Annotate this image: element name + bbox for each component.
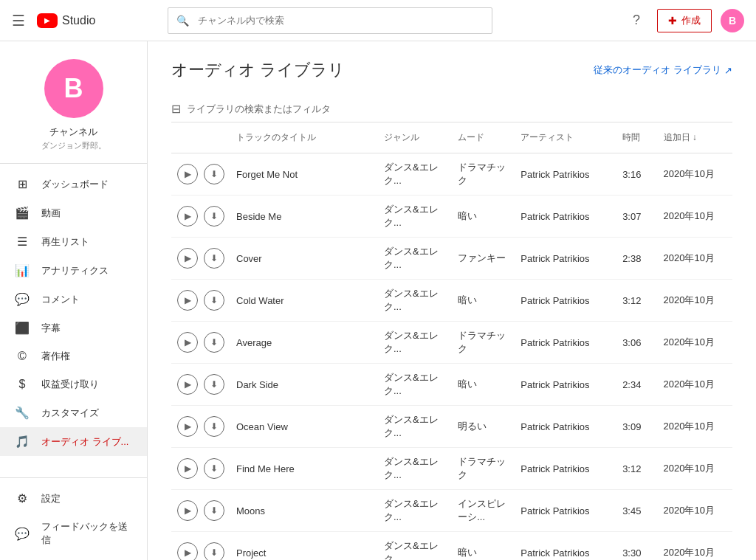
analytics-icon: 📊	[15, 263, 30, 277]
track-added: 2020年10月	[658, 448, 733, 490]
download-button[interactable]: ⬇	[204, 206, 224, 227]
sidebar-item-label: コメント	[41, 293, 80, 306]
col-header-added[interactable]: 追加日 ↓	[658, 122, 733, 153]
track-duration: 3:06	[616, 322, 657, 364]
track-mood: 暗い	[452, 196, 515, 238]
create-button[interactable]: ✚ 作成	[657, 9, 712, 32]
track-title: Find Me Here	[230, 448, 378, 490]
sidebar-item-copyright[interactable]: © 著作権	[0, 342, 147, 370]
sidebar-item-label: 設定	[41, 492, 61, 505]
sidebar: B チャンネル ダンジョン野郎。 ⊞ ダッシュボード 🎬 動画 ☰ 再生リスト …	[0, 41, 148, 560]
play-button[interactable]: ▶	[177, 248, 198, 269]
sidebar-item-label: 著作権	[41, 350, 70, 363]
table-row: ▶ ⬇ Cold Water ダンス&エレク... 暗い Patrick Pat…	[171, 280, 732, 322]
track-genre: ダンス&エレク...	[378, 153, 452, 196]
table-row: ▶ ⬇ Dark Side ダンス&エレク... 暗い Patrick Patr…	[171, 364, 732, 406]
track-genre: ダンス&エレク...	[378, 196, 452, 238]
download-button[interactable]: ⬇	[204, 290, 224, 311]
avatar[interactable]: B	[721, 9, 744, 32]
col-header-mood[interactable]: ムード	[452, 122, 515, 153]
sidebar-item-videos[interactable]: 🎬 動画	[0, 198, 147, 227]
sidebar-nav: ⊞ ダッシュボード 🎬 動画 ☰ 再生リスト 📊 アナリティクス 💬 コメント …	[0, 164, 147, 477]
sidebar-item-analytics[interactable]: 📊 アナリティクス	[0, 256, 147, 285]
download-button[interactable]: ⬇	[204, 542, 224, 560]
download-button[interactable]: ⬇	[204, 374, 224, 395]
track-artist: Patrick Patrikios	[515, 406, 616, 448]
track-title: Beside Me	[230, 196, 378, 238]
channel-avatar[interactable]: B	[44, 59, 103, 118]
play-button[interactable]: ▶	[177, 164, 198, 184]
track-genre: ダンス&エレク...	[378, 490, 452, 532]
sidebar-item-label: ダッシュボード	[41, 178, 109, 191]
track-mood: 明るい	[452, 406, 515, 448]
sidebar-item-subtitles[interactable]: ⬛ 字幕	[0, 314, 147, 342]
play-button[interactable]: ▶	[177, 206, 198, 227]
legacy-link[interactable]: 従来のオーディオ ライブラリ ↗	[594, 63, 732, 77]
track-title: Moons	[230, 490, 378, 532]
play-button[interactable]: ▶	[177, 458, 198, 479]
legacy-link-text: 従来のオーディオ ライブラリ	[594, 63, 721, 77]
sidebar-item-settings[interactable]: ⚙ 設定	[0, 484, 147, 513]
track-mood: ドラマチック	[452, 153, 515, 196]
track-artist: Patrick Patrikios	[515, 238, 616, 280]
track-mood: ドラマチック	[452, 322, 515, 364]
row-actions: ▶ ⬇	[171, 238, 230, 280]
track-added: 2020年10月	[658, 153, 733, 196]
col-header-artist[interactable]: アーティスト	[515, 122, 616, 153]
feedback-icon: 💬	[15, 527, 30, 541]
sidebar-item-label: 収益受け取り	[41, 378, 99, 391]
col-header-title[interactable]: トラックのタイトル	[230, 122, 378, 153]
hamburger-icon[interactable]: ☰	[12, 12, 25, 30]
play-button[interactable]: ▶	[177, 542, 198, 560]
play-button[interactable]: ▶	[177, 416, 198, 437]
sidebar-item-label: カスタマイズ	[41, 407, 99, 420]
track-added: 2020年10月	[658, 196, 733, 238]
col-header-duration[interactable]: 時間	[616, 122, 657, 153]
track-artist: Patrick Patrikios	[515, 448, 616, 490]
track-artist: Patrick Patrikios	[515, 490, 616, 532]
search-bar: 🔍	[168, 7, 492, 34]
track-added: 2020年10月	[658, 280, 733, 322]
table-row: ▶ ⬇ Beside Me ダンス&エレク... 暗い Patrick Patr…	[171, 196, 732, 238]
logo: Studio	[37, 13, 95, 28]
page-title-row: オーディオ ライブラリ 従来のオーディオ ライブラリ ↗	[171, 59, 732, 81]
search-input[interactable]	[168, 7, 492, 34]
track-duration: 3:09	[616, 406, 657, 448]
channel-name: チャンネル	[49, 125, 97, 139]
help-button[interactable]: ?	[625, 9, 648, 32]
track-genre: ダンス&エレク...	[378, 322, 452, 364]
download-button[interactable]: ⬇	[204, 416, 224, 437]
sidebar-item-dashboard[interactable]: ⊞ ダッシュボード	[0, 170, 147, 198]
sidebar-item-monetization[interactable]: $ 収益受け取り	[0, 370, 147, 398]
track-added: 2020年10月	[658, 406, 733, 448]
col-header-genre[interactable]: ジャンル	[378, 122, 452, 153]
play-button[interactable]: ▶	[177, 290, 198, 311]
download-button[interactable]: ⬇	[204, 164, 224, 184]
download-button[interactable]: ⬇	[204, 500, 224, 521]
play-button[interactable]: ▶	[177, 374, 198, 395]
track-mood: 暗い	[452, 364, 515, 406]
play-button[interactable]: ▶	[177, 332, 198, 353]
row-actions: ▶ ⬇	[171, 364, 230, 406]
play-button[interactable]: ▶	[177, 500, 198, 521]
sidebar-item-customize[interactable]: 🔧 カスタマイズ	[0, 398, 147, 427]
track-title: Ocean View	[230, 406, 378, 448]
settings-icon: ⚙	[15, 491, 30, 505]
filter-bar: ⊟ ライブラリの検索またはフィルタ	[171, 96, 732, 122]
track-mood: インスピレーシ...	[452, 490, 515, 532]
download-button[interactable]: ⬇	[204, 248, 224, 269]
playlist-icon: ☰	[15, 235, 30, 249]
track-artist: Patrick Patrikios	[515, 196, 616, 238]
header: ☰ Studio 🔍 ? ✚ 作成 B	[0, 0, 756, 41]
track-artist: Patrick Patrikios	[515, 322, 616, 364]
sidebar-item-feedback[interactable]: 💬 フィードバックを送信	[0, 513, 147, 554]
row-actions: ▶ ⬇	[171, 532, 230, 561]
track-genre: ダンス&エレク...	[378, 280, 452, 322]
sidebar-item-comments[interactable]: 💬 コメント	[0, 285, 147, 314]
sidebar-item-audio[interactable]: 🎵 オーディオ ライブ...	[0, 427, 147, 456]
download-button[interactable]: ⬇	[204, 458, 224, 479]
download-button[interactable]: ⬇	[204, 332, 224, 353]
track-genre: ダンス&エレク...	[378, 448, 452, 490]
sidebar-item-playlists[interactable]: ☰ 再生リスト	[0, 227, 147, 256]
search-icon: 🔍	[176, 15, 189, 27]
